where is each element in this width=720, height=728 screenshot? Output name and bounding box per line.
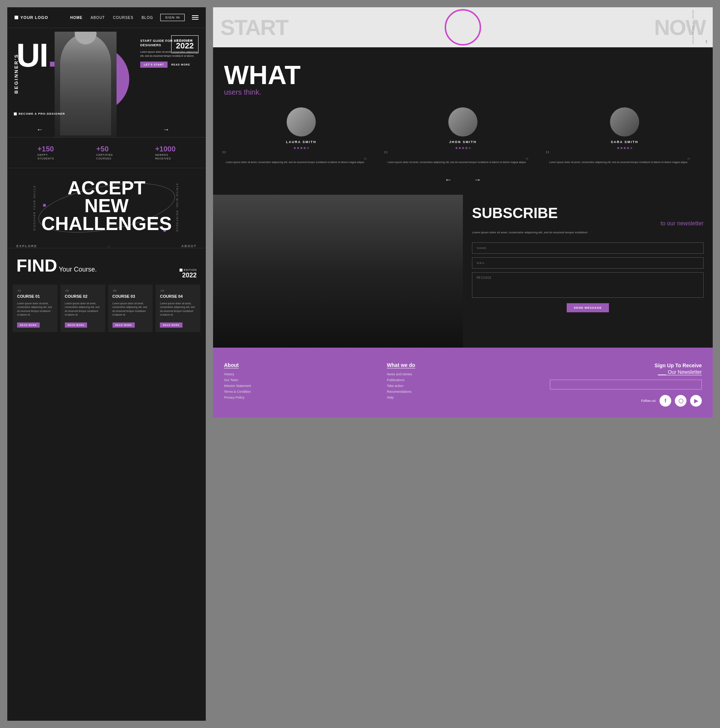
hero-person-image [55, 32, 116, 137]
course-4-read-more[interactable]: READ MORE [160, 323, 182, 327]
footer: About History Our Team Mission Statement… [213, 348, 713, 418]
find-edition: EDITION 2022 [179, 269, 197, 279]
start-text: START [213, 15, 288, 40]
stats-section: +150 HAPPYSTUDENTS +50 CERTIFIEDCOURSES … [7, 137, 206, 168]
arrow-up-icon: ↑ [705, 38, 708, 44]
name-laura: LAURA SMITH [224, 140, 378, 144]
footer-link-take-action[interactable]: Take action [387, 384, 539, 388]
lets-start-button[interactable]: LET'S START [140, 61, 167, 68]
send-message-button[interactable]: SEND MESSAGE [567, 303, 609, 312]
arrow-left[interactable]: ← [37, 126, 43, 134]
subscribe-form: SUBSCRIBE to our newsletter Lorem ipsum … [463, 195, 713, 348]
name-input[interactable] [472, 242, 704, 254]
course-3-desc: Lorem ipsum dolor sit amet, consectetur … [113, 302, 149, 317]
subscribe-subtitle: to our newsletter [472, 220, 704, 227]
footer-link-terms[interactable]: Terms & Condition [224, 390, 376, 393]
footer-link-mission[interactable]: Mission Statement [224, 384, 376, 388]
man-silhouette [213, 195, 463, 348]
footer-about-title: About [224, 362, 376, 368]
footer-what-we-do-links: News and stories Publications Take actio… [387, 372, 539, 399]
message-input[interactable] [472, 272, 704, 298]
read-more-button[interactable]: READ MORE [171, 63, 190, 66]
nav-courses[interactable]: COURSES [113, 16, 133, 20]
find-edition-year: 2022 [179, 272, 197, 279]
name-jhon: JHON SMITH [386, 140, 540, 144]
course-2-read-more[interactable]: READ MORE [65, 323, 87, 327]
footer-email-input[interactable] [550, 380, 702, 390]
footer-link-publications[interactable]: Publications [387, 378, 539, 382]
footer-about: About History Our Team Mission Statement… [224, 362, 376, 407]
testimonial-prev[interactable]: ← [445, 176, 452, 184]
testimonial-1: LAURA SMITH ★★★★★ Lorem ipsum dolor sit … [224, 107, 378, 168]
follow-text: Follow us! [641, 399, 656, 402]
stat-courses-number: +50 [96, 145, 113, 153]
footer-what-we-do-title: What we do [387, 362, 539, 368]
testimonial-3: SARA SMITH ★★★★★ Lorem ipsum dolor sit a… [547, 107, 702, 168]
hero-section: UI. BEGINNER'S EDITION 2022 BECOME A PRO… [7, 28, 206, 137]
instagram-icon[interactable]: ◯ [675, 395, 686, 407]
stat-courses: +50 CERTIFIEDCOURSES [96, 145, 113, 161]
testimonial-nav[interactable]: ← → [224, 176, 702, 184]
find-edition-label: EDITION [179, 269, 197, 272]
course-1-title: COURSE 01 [17, 294, 53, 299]
nav-home[interactable]: HOME [70, 16, 83, 20]
quote-sara: Lorem ipsum dolor sit amet, consectetur … [547, 153, 702, 168]
find-title-group: FIND Your Course. [16, 255, 97, 275]
sign-in-button[interactable]: SIGN IN [160, 14, 185, 21]
youtube-icon[interactable]: ▶ [690, 395, 702, 407]
nav-blog[interactable]: BLOG [142, 16, 153, 20]
stat-students-label: HAPPYSTUDENTS [38, 153, 54, 161]
right-top-section: START NOW READY TO GET STARTED ↑ [213, 7, 713, 47]
course-3-read-more[interactable]: READ MORE [113, 323, 135, 327]
desc-body: Lorem ipsum dolor sit amet, consectetur … [140, 50, 199, 58]
testimonial-2: JHON SMITH ★★★★★ Lorem ipsum dolor sit a… [386, 107, 540, 168]
footer-what-we-do: What we do News and stories Publications… [387, 362, 539, 407]
footer-link-news[interactable]: News and stories [387, 372, 539, 376]
footer-about-links: History Our Team Mission Statement Terms… [224, 372, 376, 399]
footer-link-history[interactable]: History [224, 372, 376, 376]
facebook-icon[interactable]: f [660, 395, 671, 407]
course-card-1: .01 COURSE 01 Lorem ipsum dolor sit amet… [13, 284, 58, 332]
hero-title: UI. BEGINNER'S [16, 39, 56, 72]
course-card-3: .03 COURSE 03 Lorem ipsum dolor sit amet… [108, 284, 153, 332]
footer-link-help[interactable]: Help [387, 396, 539, 399]
social-row: Follow us! f ◯ ▶ [550, 395, 702, 407]
hero-description: START GUIDE FOR BEGINNER DESIGNERS Lorem… [140, 39, 199, 68]
desc-title: START GUIDE FOR BEGINNER DESIGNERS [140, 39, 199, 47]
nav-about[interactable]: ABOUT [91, 16, 105, 20]
testimonial-next[interactable]: → [474, 176, 481, 184]
course-1-num: .01 [17, 289, 53, 292]
hero-ring [445, 9, 481, 46]
name-sara: SARA SMITH [547, 140, 702, 144]
course-1-desc: Lorem ipsum dolor sit amet, consectetur … [17, 302, 53, 317]
person-silhouette [60, 34, 111, 135]
stat-awards-label: AWARDSRECEIVED [155, 153, 176, 161]
subscribe-section: SUBSCRIBE to our newsletter Lorem ipsum … [213, 195, 713, 348]
right-panel: START NOW READY TO GET STARTED ↑ WHAT us… [213, 7, 713, 721]
navbar: YOUR LOGO HOME ABOUT COURSES BLOG SIGN I… [7, 7, 206, 28]
hamburger-menu[interactable] [192, 15, 199, 20]
course-card-4: .04 COURSE 04 Lorem ipsum dolor sit amet… [156, 284, 200, 332]
left-panel: YOUR LOGO HOME ABOUT COURSES BLOG SIGN I… [7, 7, 206, 721]
footer-link-team[interactable]: Our Team [224, 378, 376, 382]
ui-heading: UI. [16, 39, 56, 72]
side-text: READY TO GET STARTED [692, 10, 694, 44]
logo[interactable]: YOUR LOGO [15, 15, 48, 20]
stat-awards: +1000 AWARDSRECEIVED [155, 145, 176, 161]
avatar-laura [286, 107, 316, 136]
mail-input[interactable] [472, 257, 704, 269]
stars-jhon: ★★★★★ [386, 146, 540, 150]
stat-students-number: +150 [38, 145, 54, 153]
stat-awards-number: +1000 [155, 145, 176, 153]
subscribe-title: SUBSCRIBE [472, 206, 704, 220]
quote-jhon: Lorem ipsum dolor sit amet, consectetur … [386, 153, 540, 168]
arrow-right[interactable]: → [163, 126, 169, 134]
footer-link-recomendations[interactable]: Recomendations [387, 390, 539, 393]
challenges-title: ACCEPTNEWCHALLENGES [16, 179, 197, 233]
course-1-read-more[interactable]: READ MORE [17, 323, 40, 327]
stars-sara: ★★★★★ [547, 146, 702, 150]
footer-link-privacy[interactable]: Privacy Policy [224, 396, 376, 399]
subscribe-desc: Lorem ipsum dolor sit amet, consectetur … [472, 230, 704, 235]
stars-laura: ★★★★★ [224, 146, 378, 150]
footer-newsletter: Sign Up To Receive___ Our Newsletter Fol… [550, 362, 702, 407]
